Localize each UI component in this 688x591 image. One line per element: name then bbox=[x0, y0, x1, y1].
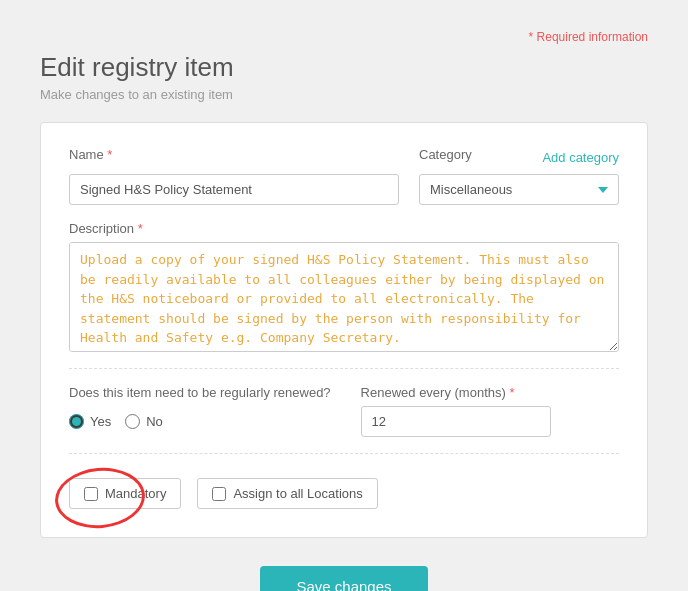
name-input[interactable] bbox=[69, 174, 399, 205]
assign-all-checkbox[interactable] bbox=[212, 487, 226, 501]
category-label: Category bbox=[419, 147, 472, 162]
checkboxes-row: Mandatory Assign to all Locations bbox=[69, 470, 619, 509]
renewed-every-input[interactable] bbox=[361, 406, 551, 437]
renewed-every-label: Renewed every (months) * bbox=[361, 385, 551, 400]
page-wrapper: * Required information Edit registry ite… bbox=[40, 30, 648, 591]
category-group: Category Add category Miscellaneous Gene… bbox=[419, 147, 619, 205]
name-category-row: Name * Category Add category Miscellaneo… bbox=[69, 147, 619, 205]
renewal-question-label: Does this item need to be regularly rene… bbox=[69, 385, 331, 400]
description-group: Description * Upload a copy of your sign… bbox=[69, 221, 619, 352]
renewal-question-group: Does this item need to be regularly rene… bbox=[69, 385, 331, 429]
radio-group: Yes No bbox=[69, 414, 331, 429]
name-label: Name * bbox=[69, 147, 112, 162]
radio-no-label[interactable]: No bbox=[125, 414, 163, 429]
radio-yes-text: Yes bbox=[90, 414, 111, 429]
save-button[interactable]: Save changes bbox=[260, 566, 427, 591]
add-category-link[interactable]: Add category bbox=[542, 150, 619, 165]
radio-yes-input[interactable] bbox=[69, 414, 84, 429]
name-required-star: * bbox=[104, 147, 113, 162]
required-note: * Required information bbox=[40, 30, 648, 44]
name-label-row: Name * bbox=[69, 147, 399, 168]
radio-yes-label[interactable]: Yes bbox=[69, 414, 111, 429]
mandatory-checkbox[interactable] bbox=[84, 487, 98, 501]
description-label: Description * bbox=[69, 221, 619, 236]
renewed-every-group: Renewed every (months) * bbox=[361, 385, 551, 437]
radio-no-input[interactable] bbox=[125, 414, 140, 429]
divider-1 bbox=[69, 368, 619, 369]
radio-no-text: No bbox=[146, 414, 163, 429]
renewed-required-star: * bbox=[506, 385, 515, 400]
assign-all-label: Assign to all Locations bbox=[233, 486, 362, 501]
mandatory-label: Mandatory bbox=[105, 486, 166, 501]
renewal-row: Does this item need to be regularly rene… bbox=[69, 385, 619, 437]
divider-2 bbox=[69, 453, 619, 454]
assign-all-checkbox-label[interactable]: Assign to all Locations bbox=[197, 478, 377, 509]
page-header: * Required information Edit registry ite… bbox=[40, 30, 648, 102]
name-group: Name * bbox=[69, 147, 399, 205]
form-card: Name * Category Add category Miscellaneo… bbox=[40, 122, 648, 538]
category-label-row: Category Add category bbox=[419, 147, 619, 168]
desc-required-star: * bbox=[134, 221, 143, 236]
mandatory-checkbox-label[interactable]: Mandatory bbox=[69, 478, 181, 509]
description-textarea[interactable]: Upload a copy of your signed H&S Policy … bbox=[69, 242, 619, 352]
footer: Save changes bbox=[40, 566, 648, 591]
category-select[interactable]: Miscellaneous General Safety bbox=[419, 174, 619, 205]
page-title: Edit registry item bbox=[40, 52, 648, 83]
page-subtitle: Make changes to an existing item bbox=[40, 87, 648, 102]
